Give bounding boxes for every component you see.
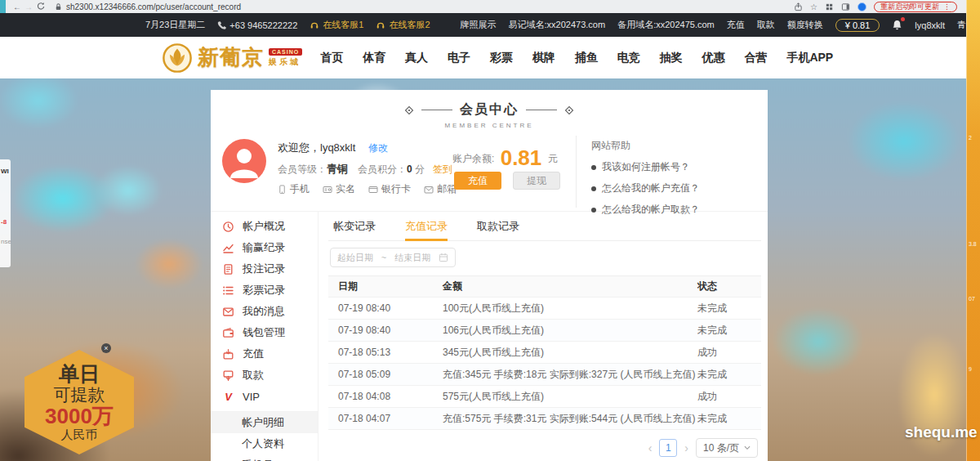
nav-lottery[interactable]: 彩票 bbox=[490, 51, 513, 65]
sidebar-item-deposit[interactable]: 充值 bbox=[211, 343, 318, 365]
sidebar-sub-personal-info[interactable]: 个人资料 bbox=[211, 433, 318, 454]
verify-bankcard[interactable]: 银行卡 bbox=[368, 182, 411, 196]
tab-withdraw-records[interactable]: 取款记录 bbox=[477, 212, 519, 241]
page-size-select[interactable]: 10 条/页 bbox=[696, 438, 758, 458]
date-range-picker[interactable]: 起始日期 ~ 结束日期 bbox=[330, 248, 456, 267]
sidebar-item-vip[interactable]: V VIP bbox=[211, 386, 318, 407]
brand-extra: CASINO 娱乐城 bbox=[269, 48, 302, 68]
browser-reload-icon[interactable] bbox=[34, 2, 46, 12]
sidebar-item-withdraw[interactable]: 取款 bbox=[211, 365, 318, 386]
casino-badge: CASINO bbox=[269, 48, 302, 56]
table-row: 07-19 08:40 100元(人民币线上充值) 未完成 bbox=[328, 298, 761, 320]
clock-icon bbox=[222, 221, 234, 233]
records-panel: 帐变记录 充值记录 取款记录 起始日期 ~ 结束日期 日期 金额 bbox=[318, 212, 768, 461]
table-row: 07-18 05:09 充值:345元 手续费:18元 实际到账:327元 (人… bbox=[328, 364, 761, 386]
promo-line4: 人民币 bbox=[61, 428, 98, 442]
nav-promos[interactable]: 优惠 bbox=[702, 51, 725, 65]
envelope-icon bbox=[222, 306, 234, 318]
nav-cards[interactable]: 棋牌 bbox=[532, 51, 555, 65]
sidebar-item-bet-records[interactable]: 投注记录 bbox=[211, 258, 318, 280]
nav-raffle[interactable]: 抽奖 bbox=[660, 51, 683, 65]
page-number[interactable]: 1 bbox=[659, 439, 677, 457]
logo-emblem-icon bbox=[162, 43, 193, 74]
site-logo[interactable]: 新葡京 CASINO 娱乐城 bbox=[162, 43, 302, 74]
help-item[interactable]: 怎么给我的帐户取款？ bbox=[591, 203, 764, 217]
nav-home[interactable]: 首页 bbox=[320, 51, 343, 65]
edit-profile-link[interactable]: 修改 bbox=[368, 142, 388, 154]
withdraw-button[interactable]: 提现 bbox=[513, 172, 560, 190]
browser-back-icon[interactable]: ← bbox=[11, 2, 23, 11]
verify-email[interactable]: 邮箱 bbox=[424, 182, 457, 196]
mobile-icon bbox=[278, 185, 287, 195]
site-topbar: 7月23日星期二 +63 9465222222 在线客服1 在线客服2 牌照展示… bbox=[0, 13, 980, 37]
extensions-icon[interactable] bbox=[825, 2, 834, 11]
sidebar-item-lottery-records[interactable]: 彩票记录 bbox=[211, 280, 318, 301]
sidebar-item-wallet[interactable]: 钱包管理 bbox=[211, 322, 318, 343]
help-item[interactable]: 怎么给我的帐户充值？ bbox=[591, 181, 764, 195]
date-start-placeholder[interactable]: 起始日期 bbox=[337, 252, 373, 264]
bullet-icon bbox=[591, 208, 596, 213]
topbar-username[interactable]: lyq8xklt bbox=[915, 20, 945, 30]
topbar-withdraw-link[interactable]: 取款 bbox=[757, 19, 775, 31]
side-panel-icon[interactable] bbox=[841, 2, 850, 11]
next-page-icon[interactable]: › bbox=[684, 441, 688, 454]
date-end-placeholder[interactable]: 结束日期 bbox=[394, 252, 430, 264]
sidebar-item-messages[interactable]: 我的消息 bbox=[211, 301, 318, 322]
tab-account-changes[interactable]: 帐变记录 bbox=[333, 212, 376, 241]
person-icon bbox=[222, 139, 266, 183]
page-size-value: 10 条/页 bbox=[703, 441, 739, 455]
sidebar-sub-account-detail[interactable]: 帐户明细 bbox=[211, 412, 318, 433]
bookmark-star-icon[interactable]: ☆ bbox=[810, 2, 817, 11]
balance-label: 账户余额: bbox=[452, 153, 494, 164]
headset-icon bbox=[376, 20, 385, 30]
topbar-date: 7月23日星期二 bbox=[145, 19, 205, 31]
verify-realname[interactable]: 实名 bbox=[323, 182, 355, 196]
cell-status: 未完成 bbox=[697, 412, 761, 426]
topbar-deposit-link[interactable]: 充值 bbox=[727, 19, 745, 31]
notifications-bell[interactable] bbox=[892, 20, 902, 30]
nav-live[interactable]: 真人 bbox=[405, 51, 428, 65]
nav-affiliate[interactable]: 合营 bbox=[744, 51, 767, 65]
online-service-2[interactable]: 在线客服2 bbox=[376, 19, 430, 31]
browser-menu-dots-icon[interactable]: ⋮ bbox=[943, 2, 951, 11]
cell-date: 07-18 05:13 bbox=[338, 347, 443, 358]
signin-link[interactable]: 签到 bbox=[433, 163, 452, 175]
browser-forward-icon[interactable]: → bbox=[23, 2, 34, 11]
nav-sports[interactable]: 体育 bbox=[363, 51, 385, 65]
points-unit: 分 bbox=[412, 163, 425, 175]
address-bar[interactable]: sh2300.x12346666.com/pc/user/account_rec… bbox=[54, 2, 241, 11]
nav-mobile-app[interactable]: 手机APP bbox=[786, 51, 833, 65]
verify-realname-label: 实名 bbox=[336, 182, 355, 196]
browser-profile-avatar[interactable] bbox=[858, 2, 866, 11]
nav-fishing[interactable]: 捕鱼 bbox=[575, 51, 598, 65]
level-label: 会员等级： bbox=[278, 163, 327, 175]
deposit-button[interactable]: 充值 bbox=[454, 172, 501, 190]
share-icon[interactable] bbox=[794, 2, 803, 11]
nav-esports[interactable]: 电竞 bbox=[617, 51, 640, 65]
help-item[interactable]: 我该如何注册帐号？ bbox=[591, 160, 764, 174]
sidebar-item-winloss[interactable]: 输赢纪录 bbox=[211, 237, 318, 258]
topbar-transfer-link[interactable]: 额度转换 bbox=[787, 19, 823, 31]
online-service-1[interactable]: 在线客服1 bbox=[310, 19, 363, 31]
fragment-text: -8 bbox=[1, 218, 7, 226]
points-label: 会员积分： bbox=[348, 163, 407, 175]
diamond-ornament-icon bbox=[564, 105, 574, 115]
verify-phone[interactable]: 手机 bbox=[278, 182, 310, 196]
tab-deposit-records[interactable]: 充值记录 bbox=[405, 212, 448, 241]
balance-pill[interactable]: ¥ 0.81 bbox=[835, 19, 880, 32]
fragment-text: 2 bbox=[969, 135, 972, 141]
license-link[interactable]: 牌照展示 bbox=[461, 19, 497, 31]
nav-slots[interactable]: 电子 bbox=[448, 51, 470, 65]
sidebar-item-account-overview[interactable]: 帐户概况 bbox=[211, 216, 318, 237]
sidebar-sub-phone-number[interactable]: 手机号 bbox=[211, 454, 318, 461]
pagination: ‹ 1 › 10 条/页 bbox=[328, 438, 761, 458]
prev-page-icon[interactable]: ‹ bbox=[648, 441, 653, 454]
member-center-header: 会员中心 MEMBER CENTRE bbox=[211, 90, 768, 129]
background-window-sliver bbox=[0, 0, 6, 13]
browser-update-button[interactable]: 重新启动即可更新 ⋮ bbox=[874, 2, 957, 12]
verify-phone-label: 手机 bbox=[290, 182, 310, 196]
promo-close-icon[interactable]: × bbox=[101, 343, 111, 353]
cell-date: 07-19 08:40 bbox=[338, 302, 443, 314]
cell-date: 07-18 04:08 bbox=[338, 391, 443, 402]
notification-dot bbox=[901, 17, 905, 21]
